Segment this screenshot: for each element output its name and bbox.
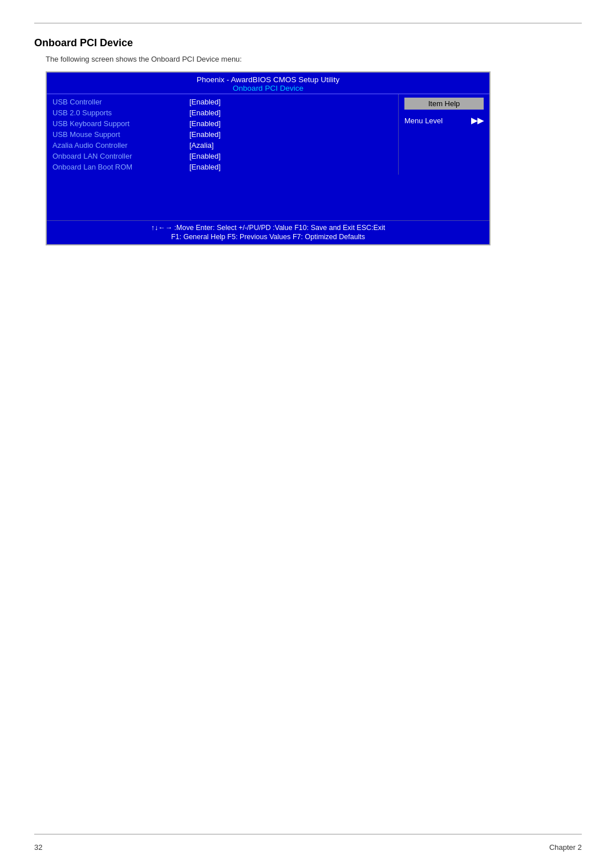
bios-header: Phoenix - AwardBIOS CMOS Setup Utility O…: [47, 72, 489, 94]
bios-content: USB Controller[Enabled]USB 2.0 Supports[…: [47, 94, 489, 175]
bios-row-label: Azalia Audio Controller: [52, 141, 178, 150]
item-help-label: Item Help: [404, 98, 484, 110]
bios-row: USB Controller[Enabled]: [47, 96, 398, 107]
page-title: Onboard PCI Device: [34, 37, 582, 49]
bios-footer-line2: F1: General Help F5: Previous Values F7:…: [49, 233, 487, 241]
bios-menu-left: USB Controller[Enabled]USB 2.0 Supports[…: [47, 94, 398, 175]
chapter-label: Chapter 2: [549, 843, 582, 852]
bios-row: Onboard Lan Boot ROM[Enabled]: [47, 162, 398, 172]
bios-row-value: [Enabled]: [189, 163, 221, 171]
top-divider: [34, 23, 582, 23]
bios-row-label: Onboard LAN Controller: [52, 152, 178, 160]
bios-row: Onboard LAN Controller[Enabled]: [47, 151, 398, 162]
bios-footer: ↑↓←→ :Move Enter: Select +/-/PU/PD :Valu…: [47, 220, 489, 244]
bios-help-panel: Item Help Menu Level ▶▶: [398, 94, 489, 175]
menu-level-arrows-icon: ▶▶: [471, 116, 484, 125]
bios-row-value: [Enabled]: [189, 119, 221, 128]
bios-row: USB Mouse Support[Enabled]: [47, 129, 398, 140]
bottom-bar: 32 Chapter 2: [34, 843, 582, 852]
bios-row-label: USB Controller: [52, 98, 178, 106]
bios-title-sub: Onboard PCI Device: [47, 84, 489, 92]
menu-level-label: Menu Level: [404, 116, 443, 125]
bottom-divider: [34, 834, 582, 834]
bios-row: Azalia Audio Controller[Azalia]: [47, 140, 398, 151]
bios-row-value: [Enabled]: [189, 108, 221, 117]
bios-row-label: USB Mouse Support: [52, 130, 178, 139]
bios-row-value: [Enabled]: [189, 98, 221, 106]
bios-row-value: [Enabled]: [189, 152, 221, 160]
page-number: 32: [34, 843, 42, 852]
bios-title-main: Phoenix - AwardBIOS CMOS Setup Utility: [47, 75, 489, 84]
bios-row-value: [Enabled]: [189, 130, 221, 139]
bios-spacer: [47, 175, 489, 220]
page: Onboard PCI Device The following screen …: [0, 0, 616, 863]
bios-row: USB Keyboard Support[Enabled]: [47, 118, 398, 129]
bios-row-label: USB Keyboard Support: [52, 119, 178, 128]
bios-footer-line1: ↑↓←→ :Move Enter: Select +/-/PU/PD :Valu…: [49, 224, 487, 232]
bios-screen: Phoenix - AwardBIOS CMOS Setup Utility O…: [46, 71, 491, 245]
menu-level-row: Menu Level ▶▶: [404, 114, 484, 127]
bios-row-label: USB 2.0 Supports: [52, 108, 178, 117]
bios-row-value: [Azalia]: [189, 141, 214, 150]
section-description: The following screen shows the Onboard P…: [46, 55, 582, 63]
bios-row-label: Onboard Lan Boot ROM: [52, 163, 178, 171]
bios-row: USB 2.0 Supports[Enabled]: [47, 107, 398, 118]
